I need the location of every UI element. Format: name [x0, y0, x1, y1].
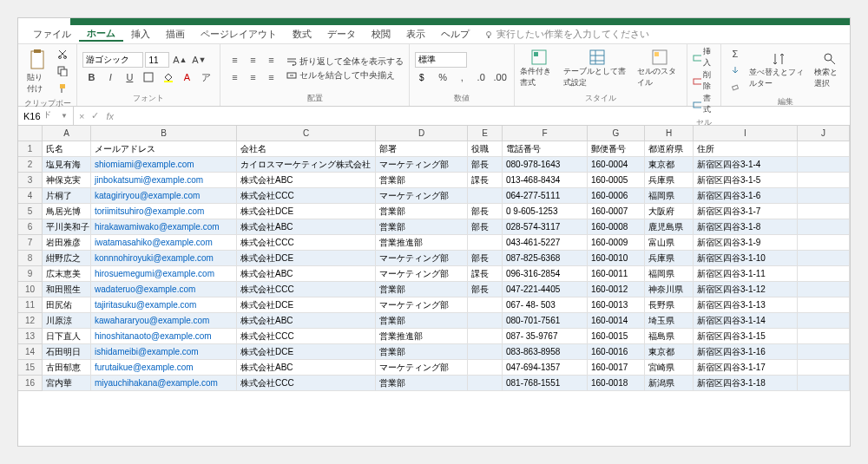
- cell[interactable]: 013-468-8434: [503, 173, 588, 188]
- cell[interactable]: [798, 157, 850, 173]
- cell[interactable]: 部署: [376, 141, 468, 157]
- menu-help[interactable]: ヘルプ: [433, 28, 477, 41]
- cell[interactable]: 平川美和子: [43, 219, 91, 235]
- cell[interactable]: [468, 376, 503, 391]
- cell[interactable]: hirosuemegumi@example.com: [91, 266, 237, 282]
- cell[interactable]: 株式会社ABC: [237, 266, 376, 282]
- cell[interactable]: マーケティング部: [376, 266, 468, 282]
- cell[interactable]: toriimitsuhiro@example.com: [91, 204, 237, 219]
- cell[interactable]: 営業部: [376, 313, 468, 329]
- align-bottom-button[interactable]: ≡: [262, 52, 279, 68]
- cell[interactable]: 福岡県: [645, 188, 694, 204]
- cell[interactable]: [798, 282, 850, 297]
- cell[interactable]: 株式会社DCE: [237, 251, 376, 266]
- cell[interactable]: 028-574-3117: [503, 219, 588, 235]
- row-header[interactable]: 9: [18, 266, 43, 282]
- cell[interactable]: iwatamasahiko@example.com: [91, 235, 237, 251]
- row-header[interactable]: 14: [18, 344, 43, 360]
- cell[interactable]: 080-978-1643: [503, 157, 588, 173]
- cell[interactable]: 160-0013: [588, 297, 645, 313]
- align-left-button[interactable]: ≡: [226, 69, 243, 85]
- clear-button[interactable]: [727, 79, 744, 95]
- percent-button[interactable]: %: [434, 69, 451, 85]
- cell[interactable]: [468, 360, 503, 376]
- cell[interactable]: 新宿区四谷3-1-5: [694, 173, 798, 188]
- cell[interactable]: 株式会社CCC: [237, 188, 376, 204]
- font-name-select[interactable]: 游ゴシック: [82, 52, 143, 68]
- menu-data[interactable]: データ: [319, 28, 364, 41]
- row-header[interactable]: 7: [18, 235, 43, 251]
- cell[interactable]: 都道府県: [645, 141, 694, 157]
- cell[interactable]: 087-825-6368: [503, 251, 588, 266]
- cell[interactable]: 080-701-7561: [503, 313, 588, 329]
- cell[interactable]: マーケティング部: [376, 360, 468, 376]
- cell[interactable]: 160-0014: [588, 313, 645, 329]
- cell[interactable]: shiomiami@example.com: [91, 157, 237, 173]
- cell[interactable]: 081-768-1551: [503, 376, 588, 391]
- cell[interactable]: hirakawamiwako@example.com: [91, 219, 237, 235]
- cell[interactable]: [468, 344, 503, 360]
- cell[interactable]: 神保克実: [43, 173, 91, 188]
- autosum-button[interactable]: Σ: [727, 46, 744, 62]
- cell[interactable]: 株式会社DCE: [237, 344, 376, 360]
- cell[interactable]: 0 9-605-1253: [503, 204, 588, 219]
- fx-button[interactable]: fx: [106, 111, 114, 121]
- cell[interactable]: [798, 329, 850, 344]
- cell[interactable]: 片桐了: [43, 188, 91, 204]
- cell[interactable]: 160-0016: [588, 344, 645, 360]
- col-header[interactable]: A: [43, 126, 91, 141]
- sort-filter-button[interactable]: 並べ替えとフィルター: [749, 51, 809, 89]
- cell[interactable]: 営業推進部: [376, 329, 468, 344]
- cell[interactable]: 株式会社ABC: [237, 360, 376, 376]
- cell[interactable]: 新宿区四谷3-1-8: [694, 219, 798, 235]
- cell[interactable]: 新宿区四谷3-1-14: [694, 313, 798, 329]
- col-header[interactable]: I: [694, 126, 798, 141]
- cell[interactable]: 鳥居光博: [43, 204, 91, 219]
- cell[interactable]: 新宿区四谷3-1-15: [694, 329, 798, 344]
- cell[interactable]: 株式会社ABC: [237, 173, 376, 188]
- merge-center-button[interactable]: セルを結合して中央揃え: [286, 69, 404, 82]
- cell[interactable]: 長野県: [645, 297, 694, 313]
- cell[interactable]: 宮崎県: [645, 360, 694, 376]
- align-top-button[interactable]: ≡: [226, 52, 243, 68]
- cell[interactable]: [468, 235, 503, 251]
- cell[interactable]: [798, 235, 850, 251]
- cell[interactable]: 宮内華: [43, 376, 91, 391]
- wrap-text-button[interactable]: 折り返して全体を表示する: [286, 56, 404, 68]
- paste-button[interactable]: 貼り付け: [23, 46, 50, 96]
- cell[interactable]: [798, 266, 850, 282]
- cell[interactable]: 160-0015: [588, 329, 645, 344]
- menu-insert[interactable]: 挿入: [123, 28, 158, 41]
- cell[interactable]: [798, 188, 850, 204]
- cell[interactable]: マーケティング部: [376, 188, 468, 204]
- copy-button[interactable]: [54, 63, 71, 79]
- cell[interactable]: 047-221-4405: [503, 282, 588, 297]
- cell[interactable]: ishidameibi@example.com: [91, 344, 237, 360]
- cell[interactable]: [798, 173, 850, 188]
- cell[interactable]: [798, 344, 850, 360]
- cell[interactable]: 部長: [468, 204, 503, 219]
- cell[interactable]: [798, 360, 850, 376]
- cell[interactable]: 埼玉県: [645, 313, 694, 329]
- row-header[interactable]: 8: [18, 251, 43, 266]
- shrink-font-button[interactable]: A▼: [190, 52, 207, 68]
- cell[interactable]: [468, 297, 503, 313]
- conditional-format-button[interactable]: 条件付き書式: [520, 49, 557, 88]
- cell[interactable]: 紺野広之: [43, 251, 91, 266]
- cell[interactable]: 株式会社DCE: [237, 297, 376, 313]
- cell[interactable]: 160-0008: [588, 219, 645, 235]
- cell[interactable]: [468, 313, 503, 329]
- find-select-button[interactable]: 検索と選択: [814, 51, 845, 89]
- cell[interactable]: 東京都: [645, 157, 694, 173]
- currency-button[interactable]: $: [415, 69, 432, 85]
- format-table-button[interactable]: テーブルとして書式設定: [563, 49, 633, 88]
- number-format-select[interactable]: 標準: [415, 52, 467, 68]
- italic-button[interactable]: I: [102, 69, 119, 85]
- menu-view[interactable]: 表示: [398, 28, 433, 41]
- cell[interactable]: 岩田雅彦: [43, 235, 91, 251]
- menu-formula[interactable]: 数式: [285, 28, 319, 41]
- align-center-button[interactable]: ≡: [244, 69, 261, 85]
- decrease-decimal-button[interactable]: .00: [491, 69, 509, 85]
- cell[interactable]: 087- 35-9767: [503, 329, 588, 344]
- cell[interactable]: 064-277-5111: [503, 188, 588, 204]
